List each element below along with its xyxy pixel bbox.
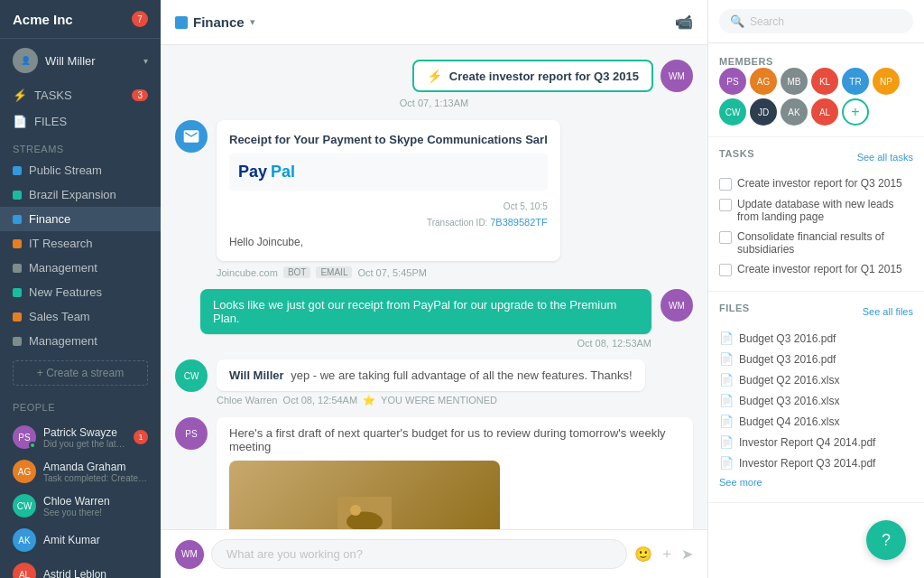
- stream-dot: [13, 288, 22, 297]
- search-input[interactable]: [750, 15, 902, 28]
- stream-dot: [13, 215, 22, 224]
- stream-item-it-research[interactable]: IT Research: [0, 231, 161, 256]
- member-avatar[interactable]: CW: [719, 98, 746, 126]
- task-highlight[interactable]: ⚡ Create investor report for Q3 2015: [412, 60, 653, 92]
- chat2-text: Here's a first draft of next quarter's b…: [229, 426, 666, 453]
- person-item-amanda-graham[interactable]: AG Amanda Graham Task completed: Create …: [0, 454, 161, 489]
- task-text: Create investor report for Q3 2015: [449, 70, 639, 83]
- members-grid: PS AG MB KL TR NP CW JD AK AL +: [719, 68, 913, 126]
- chat1-time: Oct 08, 12:54AM: [283, 395, 358, 406]
- stream-item-management[interactable]: Management: [0, 256, 161, 280]
- file-item[interactable]: 📄 Budget Q2 2016.xlsx: [719, 369, 913, 390]
- avatar: AK: [13, 528, 36, 552]
- avatar: WM: [661, 289, 693, 322]
- notification-badge[interactable]: 7: [132, 11, 148, 27]
- chat-input[interactable]: [211, 539, 627, 569]
- member-avatar[interactable]: KL: [811, 68, 838, 95]
- file-name: Investor Report Q3 2014.pdf: [739, 457, 875, 470]
- chevron-down-icon[interactable]: ▾: [250, 16, 255, 28]
- stream-item-public-stream[interactable]: Public Stream: [0, 158, 161, 182]
- channel-icon: [175, 16, 188, 29]
- files-label: FILES: [34, 115, 67, 128]
- stream-label: Sales Team: [29, 310, 90, 323]
- task-highlight-row: ⚡ Create investor report for Q3 2015 WM …: [175, 60, 693, 109]
- tasks-badge: 3: [132, 89, 148, 101]
- member-avatar[interactable]: MB: [781, 68, 808, 95]
- avatar: [175, 120, 208, 153]
- sidebar-item-tasks[interactable]: ⚡ TASKS 3: [0, 82, 161, 108]
- sidebar-item-files[interactable]: 📄 FILES: [0, 108, 161, 135]
- chat1-bubble-wrapper: Will Miller yep - we are taking full adv…: [217, 359, 645, 406]
- paypal-bubble-wrapper: Looks like we just got our receipt from …: [200, 289, 651, 349]
- channel-name: Finance: [193, 14, 245, 30]
- person-item-astrid-leblon[interactable]: AL Astrid Leblon: [0, 557, 161, 578]
- task-checkbox[interactable]: [719, 199, 732, 211]
- person-name: Amanda Graham: [43, 461, 148, 473]
- person-item-patrick-swayze[interactable]: PS Patrick Swayze Did you get the latest…: [0, 420, 161, 454]
- person-status: Task completed: Create 201...: [43, 473, 148, 483]
- email-card: Receipt for Your Payment to Skype Commun…: [217, 120, 560, 261]
- stream-item-management2[interactable]: Management: [0, 329, 161, 353]
- stream-item-sales-team[interactable]: Sales Team: [0, 304, 161, 329]
- sidebar-header: Acme Inc 7: [0, 0, 161, 39]
- person-item-chloe-warren[interactable]: CW Chloe Warren See you there!: [0, 489, 161, 523]
- member-avatar[interactable]: PS: [719, 68, 746, 95]
- email-transaction-link[interactable]: 7B389582TF: [490, 217, 548, 228]
- email-date: Oct 5, 10:5: [504, 201, 548, 211]
- email-title: Receipt for Your Payment to Skype Commun…: [229, 133, 548, 146]
- people-divider: PEOPLE: [0, 393, 161, 416]
- file-icon: 📄: [719, 373, 734, 387]
- svg-point-2: [350, 505, 361, 516]
- file-name: Budget Q4 2016.xlsx: [739, 415, 839, 428]
- file-item[interactable]: 📄 Investor Report Q3 2014.pdf: [719, 452, 913, 473]
- chat1-bubble: Will Miller yep - we are taking full adv…: [217, 359, 645, 391]
- avatar: WM: [661, 60, 693, 92]
- member-avatar[interactable]: TR: [842, 68, 869, 95]
- files-header: FILES See all files: [719, 303, 913, 321]
- task-text: Update database with new leads from land…: [737, 198, 913, 223]
- file-icon: 📄: [719, 435, 734, 449]
- member-avatar[interactable]: AK: [781, 98, 808, 126]
- see-more-files[interactable]: See more: [719, 473, 913, 491]
- person-name: Patrick Swayze: [43, 426, 126, 439]
- member-avatar[interactable]: AL: [811, 98, 838, 126]
- add-icon[interactable]: ＋: [660, 545, 674, 564]
- stream-item-brazil-expansion[interactable]: Brazil Expansion: [0, 182, 161, 207]
- add-member-button[interactable]: +: [842, 98, 869, 126]
- people-list: PS Patrick Swayze Did you get the latest…: [0, 416, 161, 578]
- member-avatar[interactable]: NP: [873, 68, 900, 95]
- avatar: WM: [175, 540, 204, 569]
- task-checkbox[interactable]: [719, 231, 732, 244]
- file-item[interactable]: 📄 Budget Q3 2016.xlsx: [719, 390, 913, 411]
- member-avatar[interactable]: AG: [750, 68, 777, 95]
- file-item[interactable]: 📄 Budget Q3 2016.pdf: [719, 328, 913, 349]
- video-icon[interactable]: 📹: [675, 14, 693, 31]
- chat1-meta: Chloe Warren Oct 08, 12:54AM ⭐ YOU WERE …: [217, 395, 645, 406]
- see-all-files[interactable]: See all files: [863, 306, 913, 317]
- member-avatar[interactable]: JD: [750, 98, 777, 126]
- file-item[interactable]: 📄 Budget Q4 2016.xlsx: [719, 411, 913, 432]
- file-item[interactable]: 📄 Investor Report Q4 2014.pdf: [719, 432, 913, 452]
- user-profile[interactable]: 👤 Will Miller ▾: [0, 39, 161, 82]
- see-all-tasks[interactable]: See all tasks: [857, 152, 913, 163]
- fab-button[interactable]: ?: [866, 520, 906, 560]
- task-checkbox[interactable]: [719, 178, 732, 191]
- stream-item-finance[interactable]: Finance: [0, 207, 161, 231]
- person-info: Chloe Warren See you there!: [43, 495, 148, 517]
- person-item-amit-kumar[interactable]: AK Amit Kumar: [0, 523, 161, 557]
- tasks-label: TASKS: [34, 89, 72, 102]
- chat-messages: ⚡ Create investor report for Q3 2015 WM …: [161, 45, 707, 529]
- emoji-icon[interactable]: 🙂: [634, 545, 652, 563]
- streams-divider: STREAMS: [0, 135, 161, 158]
- person-badge: 1: [134, 430, 148, 444]
- stream-dot: [13, 166, 22, 175]
- email-source: Joincube.com BOT EMAIL Oct 07, 5:45PM: [217, 266, 560, 278]
- person-info: Astrid Leblon: [43, 568, 148, 578]
- file-item[interactable]: 📄 Budget Q3 2016.pdf: [719, 349, 913, 369]
- stream-item-new-features[interactable]: New Features: [0, 280, 161, 304]
- paypal-text: Looks like we just got our receipt from …: [200, 289, 651, 334]
- create-stream-button[interactable]: + Create a stream: [13, 360, 148, 386]
- send-icon[interactable]: ➤: [681, 545, 693, 563]
- task-checkbox[interactable]: [719, 264, 732, 276]
- file-icon: 📄: [719, 394, 734, 407]
